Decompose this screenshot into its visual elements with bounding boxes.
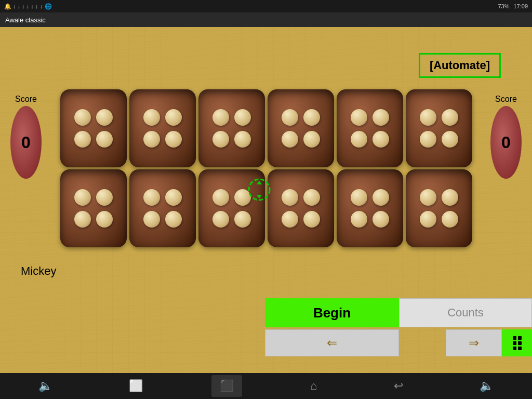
seeds [277,105,324,152]
status-icons: 🔔 ↓ ↓ ↓ ↓ ↓ ↓ ↓ 🌐 [4,3,52,10]
seed [96,189,113,206]
score-left-label: Score [15,95,37,104]
seed [303,131,320,148]
seed [74,211,91,228]
seed [165,131,182,148]
seed [351,131,367,148]
begin-button[interactable]: Begin [265,298,399,327]
status-bar: 🔔 ↓ ↓ ↓ ↓ ↓ ↓ ↓ 🌐 73% 17:09 [0,0,532,12]
seed [96,109,113,126]
seed [96,211,113,228]
seed [420,211,436,228]
title-bar: Awale classic [0,12,532,27]
nav-bar: 🔈 ⬜ ⬛ ⌂ ↩ 🔈 [0,373,532,399]
seeds [416,185,462,232]
app-icon: 🌐 [45,3,52,10]
pit[interactable] [60,89,127,167]
recent-apps-icon[interactable]: ⬜ [121,375,151,397]
back-icon[interactable]: ↩ [385,375,411,397]
player-name: Mickey [21,264,56,278]
automate-button[interactable]: [Automate] [419,53,501,78]
pit[interactable] [406,169,472,247]
seed [234,211,251,228]
pit[interactable] [198,89,265,167]
game-area: [Automate] Score 0 Score 0 Mickey Begin … [0,27,532,374]
score-right: Score 0 [485,95,527,188]
seeds [277,185,324,232]
arrow-left-icon: ⇐ [327,336,337,350]
dots-menu-button[interactable] [502,329,532,356]
seed [143,131,160,148]
seed [420,109,436,126]
seed [212,189,229,206]
score-right-label: Score [495,95,517,104]
seeds [70,185,117,232]
seed [282,211,298,228]
seed [234,131,251,148]
seed [373,211,389,228]
seed [282,109,298,126]
seeds [139,105,186,152]
seeds [347,185,393,232]
pit[interactable] [268,169,334,247]
status-right: 73% 17:09 [498,3,528,9]
pit[interactable] [406,89,472,167]
score-right-oval: 0 [490,106,522,179]
top-row [47,89,486,167]
battery-indicator: 73% [498,3,509,9]
seed [234,109,251,126]
seed [143,211,160,228]
pit[interactable] [337,169,403,247]
seed [212,211,229,228]
seed [373,189,389,206]
seed [212,109,229,126]
score-left-value: 0 [21,133,31,152]
pit[interactable] [129,169,196,247]
seeds [347,105,393,152]
seeds [70,105,117,152]
seed [165,189,182,206]
rotate-icon [246,177,272,203]
arrow-left-button[interactable]: ⇐ [265,329,399,356]
seed [165,211,182,228]
seed [303,189,320,206]
score-left-oval: 0 [10,106,42,179]
seed [74,189,91,206]
screen-rotate-icon[interactable]: ⬛ [211,375,242,397]
seed [303,211,320,228]
volume-down-icon[interactable]: 🔈 [471,375,502,397]
counts-button[interactable]: Counts [399,298,532,327]
seed [282,189,298,206]
seed [303,109,320,126]
score-right-value: 0 [501,133,511,152]
seed [96,131,113,148]
seed [442,189,458,206]
seed [351,189,367,206]
arrow-right-button[interactable]: ⇒ [446,329,502,356]
clock: 17:09 [513,3,528,9]
seed [282,131,298,148]
dots-icon [513,336,522,350]
seed [74,131,91,148]
seed [442,109,458,126]
seed [143,189,160,206]
seed [143,109,160,126]
volume-icon[interactable]: 🔈 [30,375,61,397]
seed [373,131,389,148]
game-board [47,89,486,256]
pit[interactable] [129,89,196,167]
seed [212,131,229,148]
seed [351,109,367,126]
seed [420,189,436,206]
arrow-right-icon: ⇒ [469,336,479,350]
pit[interactable] [268,89,334,167]
seed [165,109,182,126]
pit[interactable] [60,169,127,247]
seed [420,131,436,148]
seeds [416,105,462,152]
seeds [139,185,186,232]
seed [74,109,91,126]
home-icon[interactable]: ⌂ [302,375,325,397]
seed [442,131,458,148]
pit[interactable] [337,89,403,167]
